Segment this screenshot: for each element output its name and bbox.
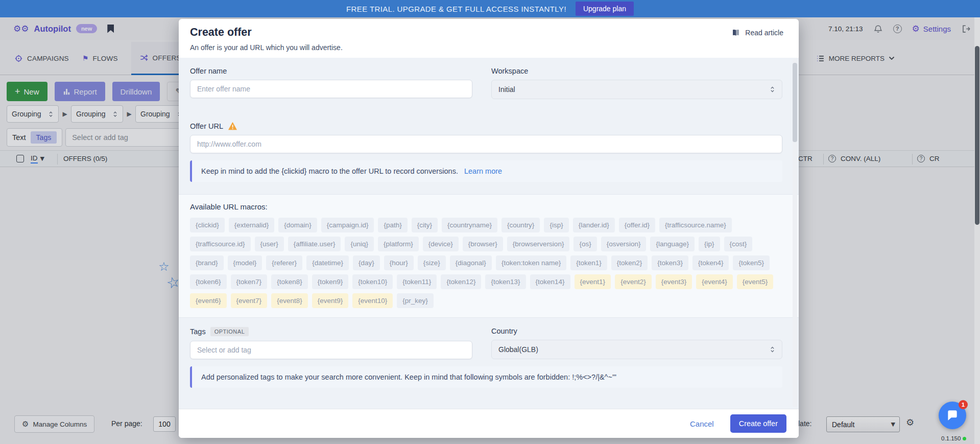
macro-chip[interactable]: {osversion}	[601, 237, 647, 251]
macro-chip[interactable]: {event4}	[696, 274, 733, 289]
macro-chip[interactable]: {hour}	[384, 255, 414, 270]
tags-note: Add personalized tags to make your searc…	[190, 366, 782, 388]
offer-url-label-row: Offer URL	[190, 122, 782, 130]
modal-footer: Cancel Create offer	[179, 409, 799, 438]
macro-chip[interactable]: {event6}	[190, 293, 227, 308]
macro-chip[interactable]: {user}	[255, 237, 284, 251]
page-scrollbar-thumb[interactable]	[975, 46, 979, 225]
macro-chip[interactable]: {pr_key}	[397, 293, 434, 308]
macro-chip[interactable]: {token:token name}	[496, 255, 566, 270]
offer-url-input[interactable]	[190, 135, 782, 153]
macro-chip[interactable]: {token13}	[485, 274, 525, 289]
macro-chip[interactable]: {token2}	[611, 255, 648, 270]
create-offer-button[interactable]: Create offer	[730, 414, 786, 433]
modal-title: Create offer	[190, 26, 785, 39]
macro-chip[interactable]: {model}	[228, 255, 262, 270]
macro-chip[interactable]: {size}	[418, 255, 446, 270]
macro-chip[interactable]: {token14}	[530, 274, 570, 289]
modal-header: Create offer An offer is your ad URL whi…	[179, 19, 799, 52]
country-select-value: Global(GLB)	[498, 345, 538, 354]
macro-chip[interactable]: {event5}	[737, 274, 774, 289]
learn-more-link[interactable]: Learn more	[464, 167, 502, 175]
macro-chip[interactable]: {token4}	[692, 255, 729, 270]
trial-banner: FREE TRIAL. UPGRADE & GET FULL ACCESS IN…	[0, 0, 980, 17]
macro-chip[interactable]: {event2}	[615, 274, 652, 289]
macro-chip[interactable]: {countryname}	[442, 218, 497, 232]
macro-chip[interactable]: {event1}	[575, 274, 611, 289]
macro-chip[interactable]: {platform}	[378, 237, 419, 251]
macro-chip[interactable]: {event9}	[312, 293, 349, 308]
version-label: 0.1.150	[941, 435, 966, 441]
upgrade-plan-button[interactable]: Upgrade plan	[576, 2, 634, 16]
offer-url-label: Offer URL	[190, 122, 223, 130]
tags-note-text: Add personalized tags to make your searc…	[201, 373, 616, 381]
macro-chip[interactable]: {device}	[423, 237, 459, 251]
macro-chip[interactable]: {affiliate.user}	[288, 237, 341, 251]
macro-chip[interactable]: {cost}	[724, 237, 753, 251]
chat-icon	[946, 409, 959, 422]
macro-chip[interactable]: {country}	[501, 218, 540, 232]
create-offer-modal: Create offer An offer is your ad URL whi…	[179, 19, 799, 438]
status-dot	[963, 437, 966, 440]
macro-chip[interactable]: {ip}	[699, 237, 720, 251]
workspace-select[interactable]: Initial	[491, 80, 782, 99]
macro-chip[interactable]: {referer}	[266, 255, 302, 270]
macro-chip[interactable]: {os}	[573, 237, 596, 251]
macro-chip[interactable]: {day}	[353, 255, 380, 270]
read-article-book-icon	[731, 28, 741, 37]
macro-chip[interactable]: {token12}	[441, 274, 481, 289]
macro-chip[interactable]: {token8}	[271, 274, 308, 289]
read-article-link[interactable]: Read article	[731, 28, 783, 37]
macro-chip[interactable]: {city}	[412, 218, 438, 232]
macro-chip[interactable]: {browserversion}	[507, 237, 570, 251]
macro-chip[interactable]: {clickid}	[190, 218, 225, 232]
tags-input[interactable]	[190, 341, 472, 359]
macro-chip[interactable]: {token3}	[652, 255, 688, 270]
cancel-button[interactable]: Cancel	[687, 419, 717, 429]
offer-name-input[interactable]	[190, 80, 472, 98]
tags-label-row: Tags OPTIONAL	[190, 327, 472, 336]
macro-chip[interactable]: {browser}	[463, 237, 503, 251]
macro-chip[interactable]: {diagonal}	[450, 255, 492, 270]
macro-chip[interactable]: {token9}	[312, 274, 349, 289]
optional-badge: OPTIONAL	[210, 327, 249, 336]
chat-button[interactable]: 1	[939, 402, 966, 429]
macro-chip[interactable]: {lander.id}	[573, 218, 615, 232]
macro-chip[interactable]: {event8}	[271, 293, 308, 308]
macro-chip[interactable]: {token6}	[190, 274, 227, 289]
macros-section: Available URL macros: {clickid}{external…	[179, 194, 799, 318]
updown-icon	[770, 85, 775, 94]
macro-chip[interactable]: {domain}	[278, 218, 317, 232]
country-select[interactable]: Global(GLB)	[491, 340, 782, 359]
macro-chip[interactable]: {path}	[378, 218, 407, 232]
read-article-label: Read article	[745, 29, 783, 37]
page-scrollbar[interactable]	[974, 17, 980, 444]
macro-chip-list: {clickid}{externalid}{domain}{campaign.i…	[190, 218, 782, 308]
macro-chip[interactable]: {language}	[650, 237, 695, 251]
macro-chip[interactable]: {token11}	[397, 274, 437, 289]
macro-chip[interactable]: {isp}	[544, 218, 568, 232]
macro-chip[interactable]: {campaign.id}	[321, 218, 374, 232]
macro-chip[interactable]: {brand}	[190, 255, 224, 270]
macro-chip[interactable]: {uniq}	[345, 237, 374, 251]
macro-chip[interactable]: {token10}	[352, 274, 393, 289]
clickid-note-text: Keep in mind to add the {clickid} macro …	[201, 167, 458, 175]
macro-chip[interactable]: {datetime}	[306, 255, 349, 270]
modal-scrollbar[interactable]	[793, 59, 797, 407]
workspace-label: Workspace	[491, 67, 782, 75]
macro-chip[interactable]: {trafficsource.id}	[190, 237, 251, 251]
updown-icon	[770, 345, 775, 354]
macro-chip[interactable]: {externalid}	[229, 218, 275, 232]
macro-chip[interactable]: {event7}	[231, 293, 268, 308]
macro-chip[interactable]: {event10}	[352, 293, 393, 308]
macro-chip[interactable]: {offer.id}	[619, 218, 655, 232]
modal-scrollbar-thumb[interactable]	[793, 63, 797, 142]
macro-chip[interactable]: {token7}	[231, 274, 268, 289]
macro-chip[interactable]: {trafficsource.name}	[659, 218, 732, 232]
offer-name-label: Offer name	[190, 67, 472, 75]
macro-chip[interactable]: {token1}	[570, 255, 607, 270]
clickid-note: Keep in mind to add the {clickid} macro …	[190, 160, 782, 182]
macro-chip[interactable]: {token5}	[733, 255, 770, 270]
modal-subtitle: An offer is your ad URL which you will a…	[190, 43, 785, 52]
macro-chip[interactable]: {event3}	[656, 274, 692, 289]
